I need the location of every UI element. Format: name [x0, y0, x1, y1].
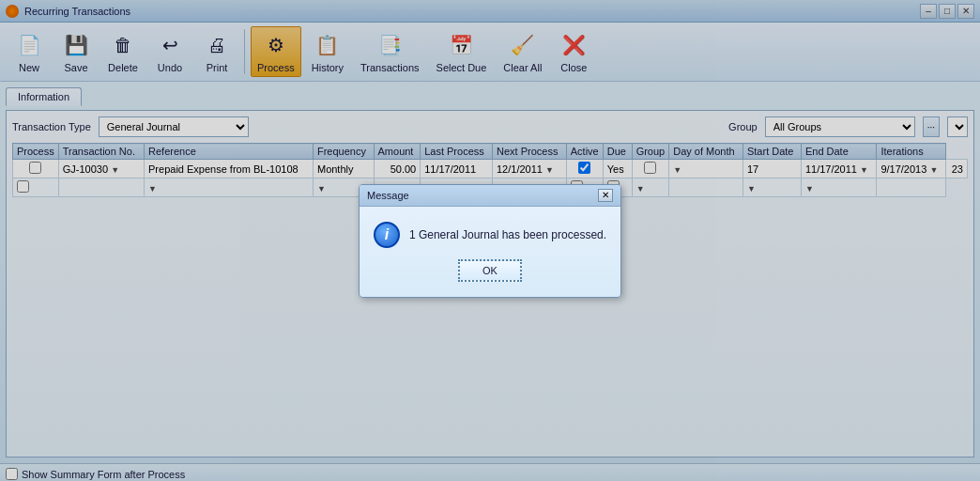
modal-overlay: Message ✕ i 1 General Journal has been p…: [0, 0, 980, 481]
message-dialog: Message ✕ i 1 General Journal has been p…: [359, 184, 621, 298]
info-icon: i: [374, 222, 400, 248]
modal-close-button[interactable]: ✕: [598, 189, 613, 202]
modal-ok-button[interactable]: OK: [458, 259, 522, 282]
modal-title: Message: [367, 190, 409, 201]
modal-message-row: i 1 General Journal has been processed.: [374, 222, 606, 248]
modal-message-text: 1 General Journal has been processed.: [409, 228, 606, 241]
modal-title-bar: Message ✕: [360, 185, 620, 207]
modal-body: i 1 General Journal has been processed. …: [360, 207, 620, 297]
